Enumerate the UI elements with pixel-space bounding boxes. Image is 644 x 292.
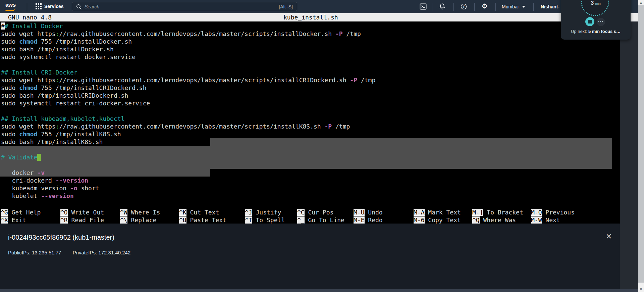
aws-smile-icon [5, 8, 15, 11]
nav-divider [474, 3, 475, 11]
shortcut-key: M-E [354, 216, 365, 224]
terminal-line: sudo bash /tmp/installCRIDockerd.sh [0, 92, 620, 99]
pause-icon [588, 20, 590, 23]
services-menu[interactable]: Services [44, 4, 64, 9]
nano-shortcut: M-U Undo [354, 209, 383, 216]
shortcut-key: M-W [531, 216, 542, 224]
terminal-line: cri-dockerd --version [0, 177, 620, 184]
shortcut-label: Mark Text [425, 209, 461, 216]
shortcut-label: Where Was [480, 216, 516, 224]
shortcut-key: ^X [1, 216, 8, 224]
terminal-line: sudo wget https://raw.githubusercontent.… [0, 76, 620, 84]
shortcut-key: ^C [297, 209, 305, 216]
nav-divider [453, 3, 454, 11]
nano-shortcut: ^J Justify [245, 209, 281, 216]
scroll-down-icon[interactable]: ▼ [638, 287, 644, 292]
terminal[interactable]: ## Install Dockersudo wget https://raw.g… [0, 21, 620, 224]
nano-shortcut: M-6 Copy Text [414, 216, 461, 224]
search-input[interactable]: Search [Alt+S] [72, 2, 297, 11]
nano-shortcut: ^R Read File [60, 216, 104, 224]
shortcut-key: M-A [414, 209, 425, 216]
shortcut-key: ^T [245, 216, 252, 224]
shortcut-key: ^J [245, 209, 252, 216]
account-menu[interactable]: Nishant- [541, 4, 559, 9]
window-bottom-strip [0, 289, 638, 292]
shortcut-key: M-] [472, 209, 483, 216]
terminal-gutter [620, 21, 638, 289]
shortcut-key: M-Q [531, 209, 542, 216]
timer-unit: min [595, 2, 601, 5]
nano-shortcut: M-W Next [531, 216, 560, 224]
terminal-line [0, 107, 620, 115]
nano-shortcut-row: ^G Get Help^O Write Out^W Where Is^K Cut… [0, 209, 620, 216]
page: aws Services Search [Alt+S] [0, 0, 644, 292]
nano-shortcut: M-E Redo [354, 216, 383, 224]
nano-titlebar: GNU nano 4.8 kube_install.sh [0, 13, 638, 21]
shortcut-label: Cur Pos [305, 209, 334, 216]
terminal-line: # Validate [0, 153, 620, 161]
scrollbar-thumb[interactable] [638, 5, 644, 283]
chevron-down-icon [522, 6, 525, 8]
shortcut-label: Previous [542, 209, 575, 216]
nano-shortcut-row: ^X Exit^R Read File^\ Replace^U Paste Te… [0, 216, 620, 224]
scroll-up-icon[interactable]: ▲ [638, 0, 644, 5]
terminal-line: kubeadm version -o short [0, 184, 620, 192]
shortcut-label: Go To Line [305, 216, 344, 224]
shortcut-label: Replace [127, 216, 157, 224]
terminal-line [0, 146, 620, 153]
region-selector[interactable]: Mumbai [502, 4, 519, 9]
nano-shortcut: ^C Cur Pos [297, 209, 333, 216]
terminal-line: sudo chmod 755 /tmp/installDocker.sh [0, 38, 620, 45]
svg-text:?: ? [463, 4, 465, 9]
nav-divider [495, 3, 496, 11]
nano-shortcut: ^X Exit [1, 216, 26, 224]
instance-title: i-0024f93cc65f86962 (kub1-master) [8, 234, 114, 241]
settings-gear-icon[interactable]: ⚙ [482, 2, 488, 10]
nano-shortcut: M-] To Bracket [472, 209, 523, 216]
terminal-line: sudo wget https://raw.githubusercontent.… [0, 123, 620, 130]
shortcut-label: Get Help [8, 209, 41, 216]
instance-info-panel: i-0024f93cc65f86962 (kub1-master) Public… [0, 224, 620, 289]
nav-divider [27, 3, 27, 11]
shortcut-label: Cut Text [186, 209, 219, 216]
nano-shortcut: M-Q Previous [531, 209, 575, 216]
nano-version: GNU nano 4.8 [8, 13, 52, 21]
terminal-line: sudo chmod 755 /tmp/installCRIDockerd.sh [0, 84, 620, 92]
up-next-item: 5 min focus s… [588, 29, 621, 34]
shortcut-key: ^R [60, 216, 68, 224]
up-next-label: Up next: 5 min focus s… [561, 29, 631, 34]
shortcut-key: M-6 [414, 216, 425, 224]
shortcut-label: Read File [68, 216, 104, 224]
terminal-line: ## Install CRI-Docker [0, 68, 620, 76]
nano-shortcut: ^_ Go To Line [297, 216, 344, 224]
private-ips-label: PrivateIPs: [73, 250, 97, 255]
aws-top-nav: aws Services Search [Alt+S] [0, 0, 638, 13]
terminal-line [0, 61, 620, 68]
terminal-line: sudo systemctl restart docker.service [0, 53, 620, 61]
terminal-line: sudo chmod 755 /tmp/installK8S.sh [0, 130, 620, 138]
instance-ips: PublicIPs: 13.235.51.77 PrivateIPs: 172.… [8, 250, 130, 255]
nav-divider [533, 3, 534, 11]
public-ips: 13.235.51.77 [32, 250, 61, 255]
aws-logo[interactable]: aws [5, 2, 17, 11]
shortcut-label: Redo [365, 216, 383, 224]
terminal-line: ## Install Docker [0, 22, 620, 30]
terminal-line: docker -v [0, 169, 620, 177]
nav-divider [432, 3, 432, 11]
pause-button[interactable] [585, 17, 594, 26]
page-scrollbar[interactable]: ▲ ▼ [638, 0, 644, 292]
more-options-button[interactable]: ··· [597, 18, 605, 26]
shortcut-key: ^K [179, 209, 186, 216]
public-ips-label: PublicIPs: [8, 250, 31, 255]
timer-remaining: 3 min [561, 0, 631, 6]
terminal-line: kubelet --version [0, 192, 620, 200]
terminal-line: sudo systemctl restart cri-docker.servic… [0, 99, 620, 107]
shortcut-label: Paste Text [186, 216, 226, 224]
shortcut-label: To Spell [252, 216, 285, 224]
aws-logo-text: aws [5, 2, 16, 8]
terminal-line: sudo wget https://raw.githubusercontent.… [0, 30, 620, 38]
file-name: kube_install.sh [283, 13, 338, 21]
close-icon[interactable]: ✕ [606, 232, 612, 241]
shortcut-key: ^_ [297, 216, 305, 224]
terminal-line [0, 161, 620, 169]
